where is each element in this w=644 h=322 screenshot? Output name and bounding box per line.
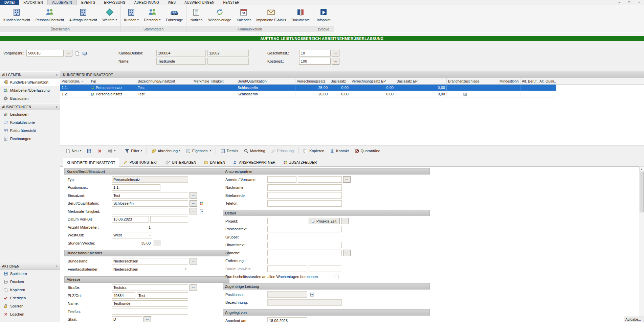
ribbon-button-wiedervorlage[interactable]: Wiedervorlage bbox=[205, 6, 234, 26]
ribbon-button-personaluebersicht[interactable]: Personalübersicht bbox=[33, 6, 67, 26]
ribbon-button-personal[interactable]: Personal▾ bbox=[141, 6, 163, 26]
stunden-browse-button[interactable]: ... bbox=[154, 240, 161, 246]
vorgangsnr-input[interactable]: 500016 bbox=[26, 50, 64, 56]
menu-tab-erfassung[interactable]: ERFASSUNG bbox=[99, 0, 130, 5]
branche-browse-button[interactable]: ... bbox=[343, 250, 351, 256]
adresse-telefon-field[interactable] bbox=[112, 308, 188, 315]
sidebar-item-fakturuebersicht[interactable]: Fakturübersicht bbox=[0, 127, 60, 135]
filter-button[interactable]: Filter▾ bbox=[122, 147, 144, 155]
sidebar-item-kunde-beruf-einsatzort[interactable]: Kunde/Beruf/Einsatzort bbox=[0, 78, 60, 86]
projekt-browse-button[interactable]: ... bbox=[341, 218, 349, 224]
merkmale-browse-button[interactable]: ... bbox=[190, 208, 197, 214]
column-header-alt-beruf[interactable]: Alt. Beruf... bbox=[520, 78, 538, 84]
tab-ansprechpartner[interactable]: ANSPRECHPARTNER bbox=[229, 158, 279, 166]
ansprechpartner-telefon-field[interactable] bbox=[267, 200, 342, 207]
column-header-alt-quali[interactable]: Alt. Quali... bbox=[538, 78, 556, 84]
preview-button[interactable] bbox=[81, 50, 88, 56]
beruf-catalog-button[interactable] bbox=[198, 200, 205, 207]
sidebar-section-auswertungen[interactable]: AUSWERTUNGEN« bbox=[0, 104, 60, 110]
eigenschaften-button[interactable]: Eigensch.▾ bbox=[183, 147, 214, 155]
durchschnittsstunden-checkbox[interactable] bbox=[334, 275, 338, 279]
column-header-basissatz-ep[interactable]: Basissatz EP bbox=[395, 78, 447, 84]
sidebar-item-rechnungen[interactable]: Rechnungen bbox=[0, 135, 60, 143]
bundesland-browse-button[interactable]: ... bbox=[190, 258, 197, 264]
datum-bis-field[interactable] bbox=[309, 266, 341, 272]
westost-select[interactable]: West▾ bbox=[112, 232, 152, 238]
kopieren-button[interactable]: Kopieren bbox=[301, 147, 327, 155]
merkmale-goto-button[interactable] bbox=[198, 208, 205, 214]
column-header-branchenzuschlaege[interactable]: Branchenzuschläge bbox=[447, 78, 498, 84]
abrechnung-button[interactable]: Abrechnung▾ bbox=[149, 147, 183, 155]
debitor-input[interactable]: 12002 bbox=[207, 50, 249, 56]
column-header-typ[interactable]: Typ bbox=[89, 78, 136, 84]
dock-tab-aufgaben[interactable]: Aufgabe... bbox=[624, 317, 644, 322]
vorname-field[interactable] bbox=[298, 176, 342, 183]
plz-field[interactable]: 49834 bbox=[112, 292, 135, 299]
typ-field[interactable]: Personaleinsatz bbox=[112, 176, 188, 183]
close-icon[interactable]: × bbox=[634, 0, 644, 5]
angelegt-am-field[interactable]: 18.09.2023 bbox=[267, 317, 307, 322]
ribbon-button-importierte-emails[interactable]: Importierte E-Mails bbox=[253, 6, 289, 26]
details-button[interactable]: Details bbox=[218, 147, 241, 155]
geschaeftsstelle-input[interactable]: 10 bbox=[299, 50, 331, 56]
sidebar-action-loeschen[interactable]: Löschen bbox=[0, 310, 60, 318]
sidebar-action-drucken[interactable]: Drucken bbox=[0, 278, 60, 286]
sidebar-item-mitarbeiter-ueberlassung[interactable]: Mitarbeiter/Überlassung bbox=[0, 86, 60, 94]
sidebar-action-speichern[interactable]: Speichern bbox=[0, 270, 60, 278]
ribbon-button-kunden[interactable]: Kunden▾ bbox=[121, 6, 141, 26]
matching-button[interactable]: Matching bbox=[241, 147, 268, 155]
ribbon-button-weitere[interactable]: Weitere▾ bbox=[100, 6, 120, 26]
menu-tab-abrechnung[interactable]: ABRECHNUNG bbox=[130, 0, 163, 5]
ort-field[interactable]: Test bbox=[137, 292, 188, 299]
menu-tab-datei[interactable]: DATEI bbox=[0, 0, 19, 5]
geschaeftsstelle-browse-button[interactable]: ... bbox=[332, 50, 339, 56]
anrede-field[interactable] bbox=[267, 176, 296, 183]
sidebar-item-kontakthistorie[interactable]: Kontakthistorie bbox=[0, 118, 60, 127]
strasse-browse-button[interactable]: ... bbox=[190, 284, 197, 291]
ansprechpartner-browse-button[interactable]: ... bbox=[343, 176, 351, 183]
tab-zusatzfelder[interactable]: ZUSATZFELDER bbox=[280, 158, 320, 166]
column-header-verrechnungssatz-ep[interactable]: Verrechnungssatz EP bbox=[350, 78, 395, 84]
scroll-up-icon[interactable]: ▲ bbox=[639, 166, 644, 171]
maximize-icon[interactable]: □ bbox=[624, 0, 634, 5]
briefanrede-field[interactable] bbox=[267, 192, 342, 199]
merkmale-field[interactable] bbox=[112, 208, 188, 214]
zug-positionsnr-field[interactable] bbox=[267, 291, 307, 298]
einsatzort-browse-button[interactable]: ... bbox=[190, 192, 197, 199]
tab-unterlagen[interactable]: UNTERLAGEN bbox=[162, 158, 200, 166]
projekte-zeit-button[interactable]: Projekte Zeit. bbox=[309, 218, 340, 224]
stunden-field[interactable]: 35,00 bbox=[112, 240, 152, 246]
column-header-verrechnungssatz[interactable]: Verrechnungssatz bbox=[295, 78, 329, 84]
menu-tab-allgemein[interactable]: ALLGEMEIN bbox=[47, 0, 77, 5]
sidebar-action-erledigen[interactable]: Erledigen bbox=[0, 294, 60, 302]
form-scrollbar[interactable]: ▲ bbox=[639, 166, 644, 322]
datum-von-field[interactable]: 13.06.2023 bbox=[112, 216, 149, 223]
sidebar-item-basisdaten[interactable]: Basisdaten bbox=[0, 94, 60, 102]
einsatzort-field[interactable]: Test bbox=[112, 192, 188, 199]
menu-tab-web[interactable]: WEB bbox=[163, 0, 180, 5]
datum-von-field[interactable] bbox=[267, 266, 307, 272]
branchenzuschlag-icon[interactable] bbox=[463, 92, 467, 96]
kostenstelle-browse-button[interactable]: ... bbox=[332, 58, 339, 65]
sidebar-section-aktionen[interactable]: AKTIONEN« bbox=[0, 263, 60, 270]
strasse-field[interactable]: Teststra bbox=[112, 284, 188, 291]
delete-button[interactable] bbox=[95, 147, 105, 155]
column-header-basissatz[interactable]: Basissatz bbox=[329, 78, 350, 84]
ribbon-button-infopoint[interactable]: Infopoint bbox=[314, 6, 333, 26]
column-header-merkmale[interactable]: Merkmale Tätigkeit bbox=[192, 78, 236, 84]
ribbon-button-kalender[interactable]: Kalender bbox=[234, 6, 253, 26]
hinweistext-field[interactable] bbox=[267, 242, 342, 248]
grid-row-2[interactable]: 1.2. Personaleinsatz Test Schlosser/in 2… bbox=[60, 91, 556, 97]
ribbon-button-auftragsuebersicht[interactable]: Auftragsübersicht bbox=[67, 6, 100, 26]
name2-input[interactable] bbox=[207, 58, 249, 65]
ribbon-button-dokumente[interactable]: Dokumente bbox=[289, 6, 312, 26]
bundesland-field[interactable]: Niedersachsen bbox=[112, 258, 188, 264]
menu-tab-favoriten[interactable]: FAVORITEN bbox=[19, 0, 47, 5]
column-header-bezeichnung[interactable]: Bezeichnung/Einsatzort bbox=[136, 78, 192, 84]
column-header-mindestlohn[interactable]: Mindestlohn bbox=[498, 78, 520, 84]
column-header-positionsnr[interactable]: Positionsnr.▲ bbox=[60, 78, 89, 84]
menu-tab-fenster[interactable]: FENSTER bbox=[219, 0, 244, 5]
gruppe-field[interactable] bbox=[267, 234, 307, 240]
datum-bis-field[interactable] bbox=[150, 216, 188, 223]
ribbon-button-notizen[interactable]: Notizen bbox=[187, 6, 205, 26]
